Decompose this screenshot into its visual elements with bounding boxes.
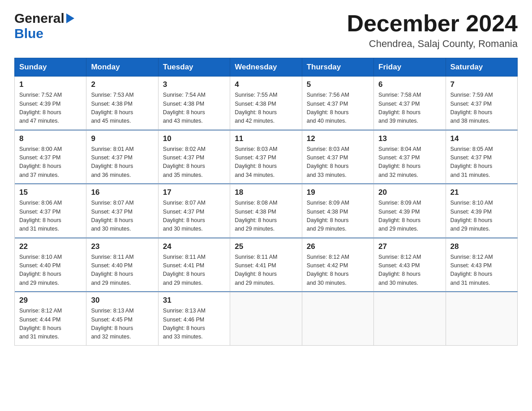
calendar-title: December 2024: [347, 11, 518, 36]
calendar-table: SundayMondayTuesdayWednesdayThursdayFrid…: [14, 58, 518, 346]
weekday-header-tuesday: Tuesday: [158, 58, 230, 77]
day-cell: 4Sunrise: 7:55 AMSunset: 4:38 PMDaylight…: [230, 77, 302, 130]
logo-triangle-icon: [65, 12, 74, 25]
day-number: 30: [91, 296, 153, 305]
day-info: Sunrise: 8:04 AMSunset: 4:37 PMDaylight:…: [378, 145, 441, 180]
day-cell: 5Sunrise: 7:56 AMSunset: 4:37 PMDaylight…: [302, 77, 373, 130]
logo-general: General: [14, 11, 64, 26]
day-info: Sunrise: 8:01 AMSunset: 4:37 PMDaylight:…: [91, 145, 153, 180]
day-info: Sunrise: 8:07 AMSunset: 4:37 PMDaylight:…: [163, 199, 225, 234]
day-number: 29: [19, 296, 82, 305]
week-row-2: 8Sunrise: 8:00 AMSunset: 4:37 PMDaylight…: [15, 130, 518, 184]
header: General Blue December 2024 Chendrea, Sal…: [14, 11, 518, 50]
day-info: Sunrise: 7:56 AMSunset: 4:37 PMDaylight:…: [307, 91, 369, 126]
day-info: Sunrise: 8:10 AMSunset: 4:39 PMDaylight:…: [450, 199, 513, 234]
day-cell: 17Sunrise: 8:07 AMSunset: 4:37 PMDayligh…: [158, 184, 230, 238]
day-cell: [374, 292, 446, 346]
weekday-header-row: SundayMondayTuesdayWednesdayThursdayFrid…: [15, 58, 518, 77]
day-number: 9: [91, 134, 153, 143]
day-info: Sunrise: 8:08 AMSunset: 4:38 PMDaylight:…: [235, 199, 297, 234]
day-info: Sunrise: 8:09 AMSunset: 4:38 PMDaylight:…: [307, 199, 369, 234]
day-info: Sunrise: 8:12 AMSunset: 4:43 PMDaylight:…: [450, 253, 513, 288]
day-cell: 3Sunrise: 7:54 AMSunset: 4:38 PMDaylight…: [158, 77, 230, 130]
day-number: 19: [307, 188, 369, 197]
calendar-subtitle: Chendrea, Salaj County, Romania: [347, 38, 518, 50]
day-cell: 13Sunrise: 8:04 AMSunset: 4:37 PMDayligh…: [374, 130, 446, 184]
day-cell: 1Sunrise: 7:52 AMSunset: 4:39 PMDaylight…: [15, 77, 86, 130]
weekday-header-thursday: Thursday: [302, 58, 373, 77]
weekday-header-friday: Friday: [374, 58, 446, 77]
day-cell: 19Sunrise: 8:09 AMSunset: 4:38 PMDayligh…: [302, 184, 373, 238]
day-number: 27: [378, 242, 441, 251]
day-number: 11: [235, 134, 297, 143]
week-row-1: 1Sunrise: 7:52 AMSunset: 4:39 PMDaylight…: [15, 77, 518, 130]
logo-blue: Blue: [14, 26, 43, 41]
day-cell: 27Sunrise: 8:12 AMSunset: 4:43 PMDayligh…: [374, 238, 446, 291]
day-cell: 20Sunrise: 8:09 AMSunset: 4:39 PMDayligh…: [374, 184, 446, 238]
logo: General Blue: [14, 11, 74, 41]
page-wrapper: General Blue December 2024 Chendrea, Sal…: [0, 0, 532, 360]
day-info: Sunrise: 7:53 AMSunset: 4:38 PMDaylight:…: [91, 91, 153, 126]
day-info: Sunrise: 8:03 AMSunset: 4:37 PMDaylight:…: [235, 145, 297, 180]
weekday-header-wednesday: Wednesday: [230, 58, 302, 77]
day-info: Sunrise: 8:12 AMSunset: 4:43 PMDaylight:…: [378, 253, 441, 288]
day-cell: 25Sunrise: 8:11 AMSunset: 4:41 PMDayligh…: [230, 238, 302, 291]
day-number: 25: [235, 242, 297, 251]
weekday-header-sunday: Sunday: [15, 58, 86, 77]
day-number: 12: [307, 134, 369, 143]
day-cell: 14Sunrise: 8:05 AMSunset: 4:37 PMDayligh…: [446, 130, 517, 184]
week-row-3: 15Sunrise: 8:06 AMSunset: 4:37 PMDayligh…: [15, 184, 518, 238]
week-row-4: 22Sunrise: 8:10 AMSunset: 4:40 PMDayligh…: [15, 238, 518, 291]
day-cell: 23Sunrise: 8:11 AMSunset: 4:40 PMDayligh…: [86, 238, 158, 291]
day-info: Sunrise: 8:03 AMSunset: 4:37 PMDaylight:…: [307, 145, 369, 180]
weekday-header-saturday: Saturday: [446, 58, 517, 77]
day-info: Sunrise: 7:54 AMSunset: 4:38 PMDaylight:…: [163, 91, 225, 126]
day-number: 1: [19, 80, 82, 89]
day-info: Sunrise: 8:13 AMSunset: 4:45 PMDaylight:…: [91, 307, 153, 342]
day-cell: 31Sunrise: 8:13 AMSunset: 4:46 PMDayligh…: [158, 292, 230, 346]
day-number: 13: [378, 134, 441, 143]
day-info: Sunrise: 7:58 AMSunset: 4:37 PMDaylight:…: [378, 91, 441, 126]
day-number: 3: [163, 80, 225, 89]
day-info: Sunrise: 8:00 AMSunset: 4:37 PMDaylight:…: [19, 145, 82, 180]
day-cell: 21Sunrise: 8:10 AMSunset: 4:39 PMDayligh…: [446, 184, 517, 238]
day-number: 18: [235, 188, 297, 197]
day-info: Sunrise: 8:06 AMSunset: 4:37 PMDaylight:…: [19, 199, 82, 234]
day-info: Sunrise: 8:11 AMSunset: 4:40 PMDaylight:…: [91, 253, 153, 288]
day-number: 31: [163, 296, 225, 305]
day-info: Sunrise: 8:11 AMSunset: 4:41 PMDaylight:…: [163, 253, 225, 288]
day-cell: [446, 292, 517, 346]
day-cell: 11Sunrise: 8:03 AMSunset: 4:37 PMDayligh…: [230, 130, 302, 184]
day-cell: 12Sunrise: 8:03 AMSunset: 4:37 PMDayligh…: [302, 130, 373, 184]
day-cell: 22Sunrise: 8:10 AMSunset: 4:40 PMDayligh…: [15, 238, 86, 291]
day-number: 20: [378, 188, 441, 197]
day-info: Sunrise: 8:09 AMSunset: 4:39 PMDaylight:…: [378, 199, 441, 234]
day-cell: 15Sunrise: 8:06 AMSunset: 4:37 PMDayligh…: [15, 184, 86, 238]
day-cell: 7Sunrise: 7:59 AMSunset: 4:37 PMDaylight…: [446, 77, 517, 130]
day-cell: [230, 292, 302, 346]
day-number: 8: [19, 134, 82, 143]
day-info: Sunrise: 8:10 AMSunset: 4:40 PMDaylight:…: [19, 253, 82, 288]
day-info: Sunrise: 8:11 AMSunset: 4:41 PMDaylight:…: [235, 253, 297, 288]
day-number: 10: [163, 134, 225, 143]
day-info: Sunrise: 8:12 AMSunset: 4:44 PMDaylight:…: [19, 307, 82, 342]
day-info: Sunrise: 8:05 AMSunset: 4:37 PMDaylight:…: [450, 145, 513, 180]
day-cell: 24Sunrise: 8:11 AMSunset: 4:41 PMDayligh…: [158, 238, 230, 291]
week-row-5: 29Sunrise: 8:12 AMSunset: 4:44 PMDayligh…: [15, 292, 518, 346]
day-cell: 10Sunrise: 8:02 AMSunset: 4:37 PMDayligh…: [158, 130, 230, 184]
day-info: Sunrise: 8:02 AMSunset: 4:37 PMDaylight:…: [163, 145, 225, 180]
day-cell: 8Sunrise: 8:00 AMSunset: 4:37 PMDaylight…: [15, 130, 86, 184]
title-block: December 2024 Chendrea, Salaj County, Ro…: [347, 11, 518, 50]
day-number: 23: [91, 242, 153, 251]
day-cell: 29Sunrise: 8:12 AMSunset: 4:44 PMDayligh…: [15, 292, 86, 346]
day-cell: 16Sunrise: 8:07 AMSunset: 4:37 PMDayligh…: [86, 184, 158, 238]
day-number: 16: [91, 188, 153, 197]
day-number: 28: [450, 242, 513, 251]
day-number: 14: [450, 134, 513, 143]
day-cell: 26Sunrise: 8:12 AMSunset: 4:42 PMDayligh…: [302, 238, 373, 291]
day-number: 17: [163, 188, 225, 197]
day-number: 22: [19, 242, 82, 251]
day-number: 21: [450, 188, 513, 197]
day-number: 2: [91, 80, 153, 89]
day-number: 4: [235, 80, 297, 89]
